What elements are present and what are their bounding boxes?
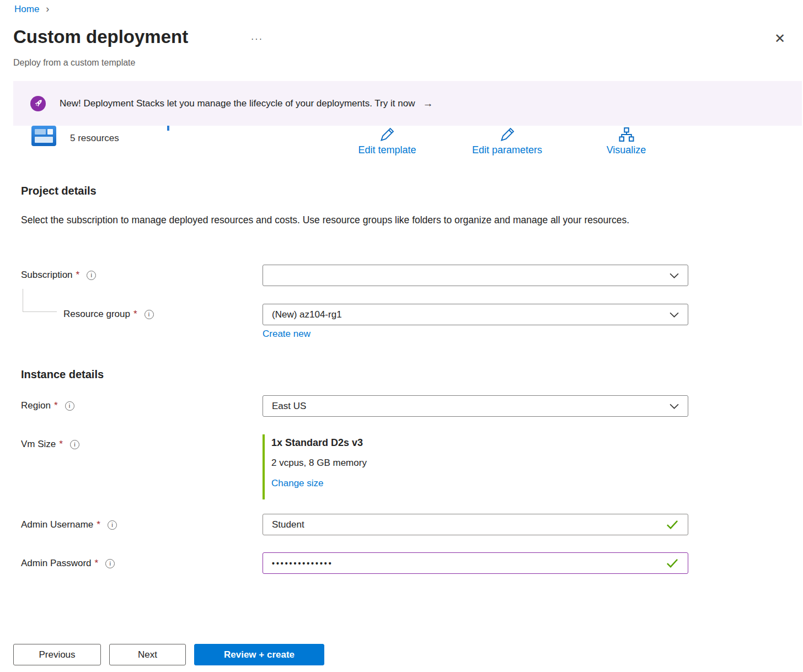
edit-parameters-label: Edit parameters: [472, 144, 542, 156]
resource-group-label: Resource group * i: [63, 309, 154, 320]
required-asterisk: *: [54, 400, 58, 411]
resource-group-dropdown[interactable]: (New) az104-rg1: [263, 304, 688, 325]
breadcrumb-home-link[interactable]: Home: [14, 4, 39, 15]
edit-template-label: Edit template: [358, 144, 416, 156]
page-title: Custom deployment: [13, 26, 188, 47]
stray-cursor-mark: [167, 126, 169, 131]
org-chart-icon: [618, 126, 635, 143]
edit-parameters-button[interactable]: Edit parameters: [459, 126, 555, 156]
info-icon[interactable]: i: [70, 440, 79, 449]
close-icon[interactable]: ✕: [774, 32, 785, 45]
chevron-right-icon: ›: [46, 3, 49, 15]
page-subtitle: Deploy from a custom template: [13, 58, 135, 68]
instance-details-heading: Instance details: [21, 368, 104, 381]
subscription-label-text: Subscription: [21, 270, 73, 281]
project-details-heading: Project details: [21, 185, 97, 197]
pencil-icon: [499, 126, 516, 143]
project-details-description: Select the subscription to manage deploy…: [21, 211, 658, 229]
field-connector-line: [23, 311, 57, 312]
info-icon[interactable]: i: [144, 310, 154, 319]
admin-username-label: Admin Username * i: [21, 519, 117, 530]
vm-size-label: Vm Size * i: [21, 439, 79, 450]
pencil-icon: [379, 126, 395, 143]
more-options-icon[interactable]: ···: [251, 34, 263, 44]
required-asterisk: *: [133, 309, 137, 320]
check-icon: [666, 558, 678, 568]
subscription-label: Subscription * i: [21, 270, 96, 281]
info-icon[interactable]: i: [87, 271, 96, 280]
required-asterisk: *: [76, 270, 80, 281]
resource-group-label-text: Resource group: [63, 309, 130, 320]
admin-username-label-text: Admin Username: [21, 519, 93, 530]
check-icon: [666, 520, 678, 529]
rocket-icon: [30, 96, 46, 111]
custom-deployment-page: Home › Custom deployment ··· ✕ Deploy fr…: [0, 0, 803, 672]
create-new-link[interactable]: Create new: [263, 329, 311, 340]
vm-size-label-text: Vm Size: [21, 439, 56, 450]
visualize-label: Visualize: [607, 144, 646, 156]
deployment-stacks-banner[interactable]: New! Deployment Stacks let you manage th…: [13, 81, 802, 126]
admin-password-input[interactable]: [263, 552, 688, 574]
info-icon[interactable]: i: [65, 401, 74, 411]
vm-size-selection: 1x Standard D2s v3: [271, 437, 363, 449]
required-asterisk: *: [95, 558, 99, 569]
template-icon-block: [47, 129, 53, 135]
template-icon-block: [35, 137, 53, 143]
required-asterisk: *: [59, 439, 63, 450]
template-icon-block: [35, 129, 46, 135]
chevron-down-icon: [670, 310, 679, 320]
chevron-down-icon: [670, 271, 679, 281]
required-asterisk: *: [97, 519, 100, 530]
admin-password-label: Admin Password * i: [21, 558, 115, 569]
next-button[interactable]: Next: [109, 644, 186, 665]
visualize-button[interactable]: Visualize: [586, 126, 666, 156]
resources-count-label: 5 resources: [70, 133, 119, 144]
region-label-text: Region: [21, 400, 51, 411]
region-value: East US: [272, 401, 670, 412]
previous-button[interactable]: Previous: [13, 644, 101, 665]
banner-message: New! Deployment Stacks let you manage th…: [60, 98, 415, 109]
info-icon[interactable]: i: [108, 520, 117, 530]
resource-group-value: (New) az104-rg1: [272, 309, 670, 320]
field-connector-line: [23, 289, 23, 311]
region-label: Region * i: [21, 400, 74, 411]
arrow-right-icon[interactable]: →: [422, 98, 433, 110]
review-create-button[interactable]: Review + create: [194, 644, 324, 665]
chevron-down-icon: [670, 401, 679, 411]
region-dropdown[interactable]: East US: [263, 395, 688, 417]
admin-password-label-text: Admin Password: [21, 558, 92, 569]
admin-username-input[interactable]: [263, 514, 688, 535]
template-icon: [31, 126, 56, 146]
change-size-link[interactable]: Change size: [271, 478, 324, 489]
edit-template-button[interactable]: Edit template: [346, 126, 429, 156]
breadcrumb: Home ›: [14, 3, 49, 15]
subscription-dropdown[interactable]: [263, 265, 688, 286]
vm-size-accent-bar: [263, 434, 265, 499]
vm-size-specs: 2 vcpus, 8 GB memory: [271, 458, 367, 469]
info-icon[interactable]: i: [105, 559, 115, 568]
